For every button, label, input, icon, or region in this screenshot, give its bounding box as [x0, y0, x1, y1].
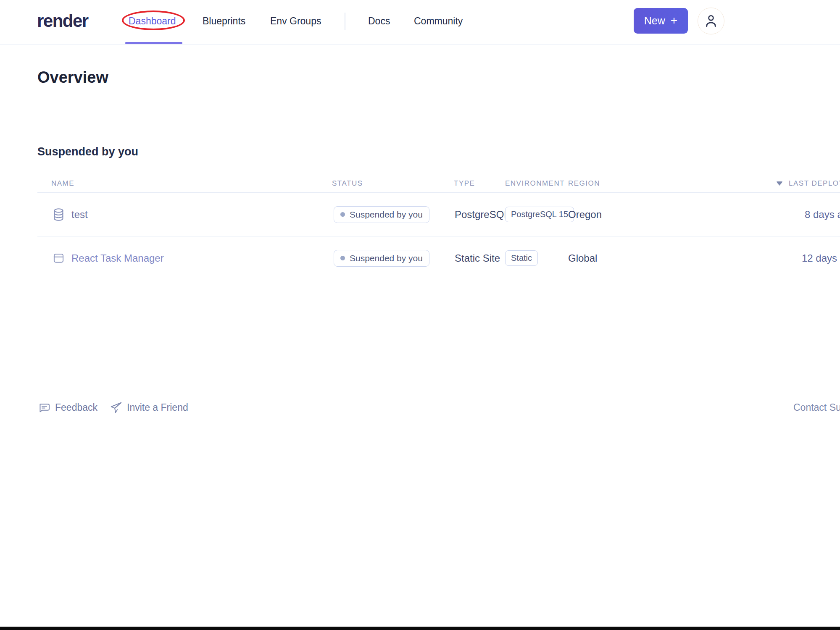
table-row: test Suspended by you PostgreSQL Postgre…	[37, 193, 840, 236]
user-icon	[703, 13, 719, 29]
column-header-region[interactable]: REGION	[568, 179, 600, 188]
column-header-status[interactable]: STATUS	[332, 179, 363, 188]
environment-badge: PostgreSQL 15	[505, 207, 574, 222]
column-header-last-deploy-label: LAST DEPLOY	[789, 179, 840, 188]
status-dot-icon	[340, 212, 345, 217]
status-badge-label: Suspended by you	[350, 253, 423, 263]
environment-cell: Static	[505, 236, 538, 280]
plus-icon: +	[671, 14, 677, 27]
nav-item-docs[interactable]: Docs	[368, 16, 390, 27]
contact-support-label: Contact Support	[793, 402, 840, 413]
static-site-icon	[53, 236, 65, 280]
invite-friend-label: Invite a Friend	[127, 402, 188, 413]
section-title-suspended: Suspended by you	[37, 145, 138, 158]
services-table: NAME STATUS TYPE ENVIRONMENT REGION LAST…	[37, 178, 840, 280]
new-button[interactable]: New +	[634, 8, 688, 34]
nav-item-env-groups[interactable]: Env Groups	[270, 16, 321, 27]
database-icon	[53, 193, 65, 236]
table-header-row: NAME STATUS TYPE ENVIRONMENT REGION LAST…	[37, 178, 840, 193]
active-tab-underline	[125, 42, 182, 44]
sort-descending-icon	[776, 181, 783, 186]
paper-plane-icon	[110, 402, 122, 414]
table-row: React Task Manager Suspended by you Stat…	[37, 236, 840, 280]
status-cell: Suspended by you	[334, 236, 429, 280]
top-nav-bar: render Dashboard Blueprints Env Groups D…	[0, 0, 840, 45]
status-badge: Suspended by you	[334, 206, 429, 223]
feedback-label: Feedback	[55, 402, 97, 413]
column-header-type[interactable]: TYPE	[454, 179, 475, 188]
column-header-last-deploy[interactable]: LAST DEPLOY	[776, 179, 840, 188]
service-name-link[interactable]: test	[71, 193, 88, 236]
page-title: Overview	[37, 68, 108, 87]
account-avatar-button[interactable]	[698, 8, 724, 34]
last-deploy-cell: 8 days ago	[805, 193, 840, 236]
type-cell: PostgreSQL	[455, 193, 510, 236]
bottom-edge-bar	[0, 627, 840, 630]
contact-support-link[interactable]: Contact Support	[793, 400, 840, 415]
status-badge: Suspended by you	[334, 250, 429, 267]
status-badge-label: Suspended by you	[350, 210, 423, 220]
environment-cell: PostgreSQL 15	[505, 193, 574, 236]
service-name-link[interactable]: React Task Manager	[71, 236, 164, 280]
render-logo[interactable]: render	[37, 11, 88, 31]
last-deploy-cell: 12 days ago	[802, 236, 840, 280]
nav-divider	[345, 13, 345, 30]
nav-item-blueprints[interactable]: Blueprints	[203, 16, 245, 27]
region-cell: Oregon	[568, 193, 602, 236]
status-cell: Suspended by you	[334, 193, 429, 236]
nav-item-community[interactable]: Community	[414, 16, 463, 27]
column-header-environment[interactable]: ENVIRONMENT	[505, 179, 565, 188]
environment-badge: Static	[505, 250, 538, 266]
region-cell: Global	[568, 236, 597, 280]
column-header-name[interactable]: NAME	[51, 179, 74, 188]
feedback-bubble-icon	[38, 402, 50, 414]
feedback-link[interactable]: Feedback	[38, 400, 97, 415]
new-button-label: New	[644, 15, 665, 27]
type-cell: Static Site	[455, 236, 500, 280]
status-dot-icon	[340, 256, 345, 260]
invite-friend-link[interactable]: Invite a Friend	[110, 400, 188, 415]
nav-item-dashboard[interactable]: Dashboard	[129, 16, 176, 27]
